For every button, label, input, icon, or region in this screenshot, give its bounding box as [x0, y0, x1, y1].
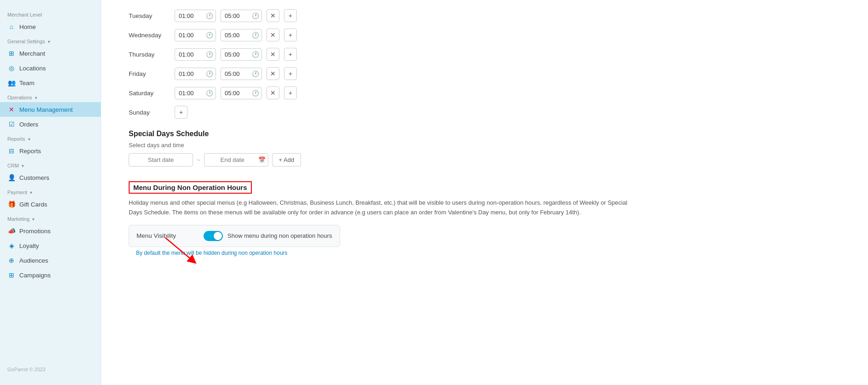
- end-time-wrap: 🕐: [221, 29, 262, 41]
- end-time-wrap: 🕐: [221, 48, 262, 61]
- sidebar-item-reports[interactable]: ⊟ Reports: [0, 144, 101, 158]
- payment-chevron: [29, 190, 32, 195]
- start-time-input[interactable]: [175, 48, 216, 61]
- sidebar-footer: GoParrot © 2022: [0, 361, 101, 378]
- end-time-wrap: 🕐: [221, 68, 262, 80]
- end-time-wrap: 🕐: [221, 10, 262, 22]
- loyalty-icon: ◈: [7, 241, 16, 250]
- menu-visibility-toggle[interactable]: [204, 231, 223, 241]
- end-time-input[interactable]: [221, 10, 262, 22]
- sidebar-item-menu-management[interactable]: ✕ Menu Management: [0, 102, 101, 117]
- add-time-button[interactable]: +: [284, 29, 297, 41]
- toggle-text-label: Show menu during non operation hours: [227, 232, 332, 239]
- sidebar-item-locations[interactable]: ◎ Locations: [0, 61, 101, 75]
- sidebar-promotions-label: Promotions: [19, 228, 51, 235]
- start-time-wrap: 🕐: [175, 68, 216, 80]
- menu-visibility-row: Menu Visibility Show menu during non ope…: [129, 225, 340, 247]
- sidebar-orders-label: Orders: [19, 121, 38, 128]
- remove-time-button[interactable]: ✕: [267, 86, 279, 99]
- sidebar-item-audiences[interactable]: ⊕ Audiences: [0, 253, 101, 268]
- add-time-button[interactable]: +: [284, 67, 297, 80]
- home-icon: ⌂: [7, 23, 16, 31]
- non-operation-title: Menu During Non Operation Hours: [129, 181, 252, 194]
- reports-section-label: Reports: [0, 132, 101, 144]
- toggle-thumb: [214, 232, 222, 240]
- schedule-row: Thursday🕐🕐✕+: [129, 48, 634, 61]
- sidebar-item-campaigns[interactable]: ⊞ Campaigns: [0, 268, 101, 282]
- day-label: Thursday: [129, 51, 170, 58]
- crm-chevron: [21, 163, 24, 168]
- schedule-row: Saturday🕐🕐✕+: [129, 86, 634, 99]
- toggle-track: [204, 231, 223, 241]
- add-time-button[interactable]: +: [284, 9, 297, 22]
- add-special-day-button[interactable]: + Add: [272, 153, 301, 167]
- merchant-level-label: Merchant Level: [0, 7, 101, 19]
- sidebar-menu-management-label: Menu Management: [19, 106, 73, 113]
- start-time-wrap: 🕐: [175, 10, 216, 22]
- non-operation-section: Menu During Non Operation Hours Holiday …: [129, 181, 634, 261]
- sidebar-audiences-label: Audiences: [19, 257, 48, 264]
- day-label: Tuesday: [129, 12, 170, 19]
- schedule-row: Friday🕐🕐✕+: [129, 67, 634, 80]
- day-label: Wednesday: [129, 32, 170, 39]
- day-label: Friday: [129, 70, 170, 77]
- remove-time-button[interactable]: ✕: [267, 9, 279, 22]
- schedule-row: Sunday+: [129, 106, 634, 119]
- end-date-wrap: 📅: [204, 153, 268, 167]
- sidebar-item-customers[interactable]: 👤 Customers: [0, 170, 101, 185]
- operations-chevron: [34, 95, 37, 100]
- special-days-subtitle: Select days and time: [129, 142, 634, 149]
- location-icon: ◎: [7, 64, 16, 72]
- start-time-input[interactable]: [175, 29, 216, 41]
- sidebar-merchant-label: Merchant: [19, 50, 45, 57]
- remove-time-button[interactable]: ✕: [267, 48, 279, 61]
- merchant-icon: ⊞: [7, 49, 16, 57]
- sidebar-team-label: Team: [19, 80, 34, 86]
- remove-time-button[interactable]: ✕: [267, 29, 279, 41]
- add-time-button[interactable]: +: [284, 48, 297, 61]
- sidebar-reports-label: Reports: [19, 148, 41, 155]
- end-time-input[interactable]: [221, 87, 262, 99]
- customers-icon: 👤: [7, 173, 16, 182]
- sidebar-campaigns-label: Campaigns: [19, 272, 51, 279]
- promotions-icon: 📣: [7, 227, 16, 235]
- sidebar-item-home[interactable]: ⌂ Home: [0, 19, 101, 34]
- sidebar: Merchant Level ⌂ Home General Settings ⊞…: [0, 0, 101, 385]
- add-time-button[interactable]: +: [175, 106, 187, 119]
- start-time-wrap: 🕐: [175, 87, 216, 99]
- sidebar-item-team[interactable]: 👥 Team: [0, 75, 101, 90]
- sidebar-home-label: Home: [19, 23, 36, 30]
- add-time-button[interactable]: +: [284, 86, 297, 99]
- reports-icon: ⊟: [7, 147, 16, 155]
- schedule-table: Tuesday🕐🕐✕+Wednesday🕐🕐✕+Thursday🕐🕐✕+Frid…: [129, 9, 634, 119]
- remove-time-button[interactable]: ✕: [267, 67, 279, 80]
- sidebar-item-orders[interactable]: ☑ Orders: [0, 117, 101, 132]
- end-time-input[interactable]: [221, 29, 262, 41]
- day-label: Saturday: [129, 90, 170, 97]
- campaigns-icon: ⊞: [7, 271, 16, 279]
- day-label: Sunday: [129, 109, 170, 116]
- crm-label: CRM: [0, 158, 101, 170]
- end-time-input[interactable]: [221, 68, 262, 80]
- start-time-input[interactable]: [175, 68, 216, 80]
- toggle-wrap: Show menu during non operation hours: [204, 231, 332, 241]
- end-date-input[interactable]: [204, 153, 268, 167]
- sidebar-item-gift-cards[interactable]: 🎁 Gift Cards: [0, 197, 101, 212]
- visibility-container: Menu Visibility Show menu during non ope…: [129, 225, 340, 247]
- sidebar-item-promotions[interactable]: 📣 Promotions: [0, 224, 101, 238]
- marketing-chevron: [31, 216, 34, 222]
- payment-label: Payment: [0, 185, 101, 197]
- team-icon: 👥: [7, 79, 16, 87]
- schedule-row: Wednesday🕐🕐✕+: [129, 29, 634, 41]
- general-settings-chevron: [47, 39, 50, 44]
- start-time-input[interactable]: [175, 87, 216, 99]
- marketing-label: Marketing: [0, 212, 101, 224]
- schedule-row: Tuesday🕐🕐✕+: [129, 9, 634, 22]
- end-time-input[interactable]: [221, 48, 262, 61]
- date-range-separator: ~: [197, 156, 200, 163]
- general-settings-label: General Settings: [0, 34, 101, 46]
- start-date-input[interactable]: [129, 153, 193, 167]
- sidebar-item-loyalty[interactable]: ◈ Loyalty: [0, 238, 101, 253]
- start-time-input[interactable]: [175, 10, 216, 22]
- sidebar-item-merchant[interactable]: ⊞ Merchant: [0, 46, 101, 61]
